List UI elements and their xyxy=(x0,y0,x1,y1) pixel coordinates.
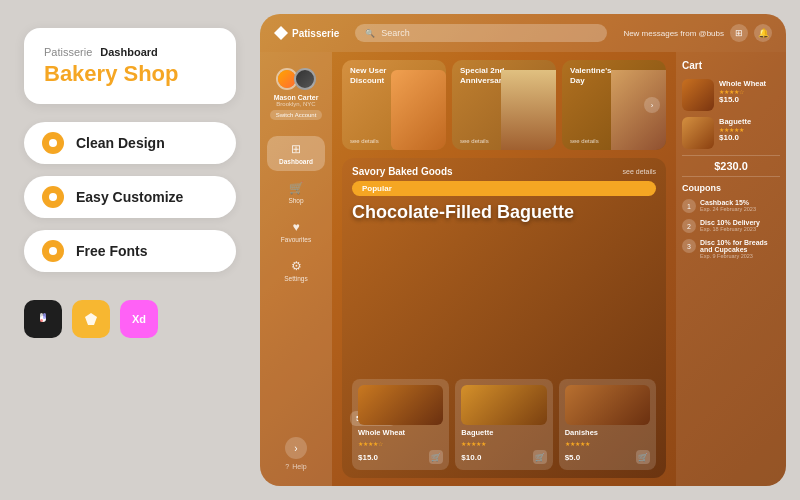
cart-panel: Cart Whole Wheat ★★★★☆ $15.0 Baguette ★★… xyxy=(676,52,786,486)
feature-label-1: Clean Design xyxy=(76,135,165,151)
dashboard-icon: ⊞ xyxy=(291,142,301,156)
cart-item-image-2 xyxy=(682,117,714,149)
savory-section: Savory Baked Goods see details Popular C… xyxy=(342,158,666,478)
help-label: Help xyxy=(292,463,306,470)
nav-icons: New messages from @bubs ⊞ 🔔 xyxy=(623,24,772,42)
svg-rect-2 xyxy=(43,313,46,319)
coupon-item-1: 1 Cashback 15% Exp. 24 February 2023 xyxy=(682,199,780,213)
xd-label: Xd xyxy=(132,313,146,325)
product-card-3[interactable]: Danishes ★★★★★ $5.0 🛒 xyxy=(559,379,656,470)
switch-account-button[interactable]: Switch Account xyxy=(270,110,323,120)
brand-type: Dashboard xyxy=(100,46,157,58)
banner-card-3[interactable]: Valentine's Day see details › xyxy=(562,60,666,150)
search-icon: 🔍 xyxy=(365,29,375,38)
cart-item-name-2: Baguette xyxy=(719,117,780,126)
sidebar-label-favourites: Favourites xyxy=(281,236,311,243)
coupon-info-3: Disc 10% for Breads and Cupcakes Exp. 9 … xyxy=(700,239,780,259)
feature-dot-2 xyxy=(42,186,64,208)
savory-header: Savory Baked Goods see details xyxy=(342,158,666,181)
cart-item-info-1: Whole Wheat ★★★★☆ $15.0 xyxy=(719,79,780,104)
banner-person-1 xyxy=(391,70,446,150)
banner-link-2[interactable]: see details xyxy=(460,138,489,144)
product-actions-3: $5.0 🛒 xyxy=(565,450,650,464)
feature-label-2: Easy Customize xyxy=(76,189,183,205)
sidebar-item-settings[interactable]: ⚙ Settings xyxy=(267,253,325,288)
bell-icon[interactable]: 🔔 xyxy=(754,24,772,42)
sidebar-item-shop[interactable]: 🛒 Shop xyxy=(267,175,325,210)
sidebar-user: Mason Carter Brooklyn, NYC Switch Accoun… xyxy=(264,60,329,128)
bottom-cards: Whole Wheat ★★★★☆ $15.0 🛒 Baguette ★★★★★… xyxy=(342,379,666,478)
product-tag: Popular xyxy=(352,181,656,196)
figma-icon[interactable] xyxy=(24,300,62,338)
sidebar-label-dashboard: Dashboard xyxy=(279,158,313,165)
grid-icon[interactable]: ⊞ xyxy=(730,24,748,42)
product-actions-2: $10.0 🛒 xyxy=(461,450,546,464)
product-price-2: $10.0 xyxy=(461,453,481,462)
cart-item-2: Baguette ★★★★★ $10.0 xyxy=(682,117,780,149)
banner-link-3[interactable]: see details xyxy=(570,138,599,144)
help-button[interactable]: ? Help xyxy=(285,463,306,470)
dashboard-nav: Patisserie 🔍 Search New messages from @b… xyxy=(260,14,786,52)
coupon-item-2: 2 Disc 10% Delivery Exp. 18 February 202… xyxy=(682,219,780,233)
coupon-date-2: Exp. 18 February 2023 xyxy=(700,226,780,232)
avatar-2 xyxy=(294,68,316,90)
xd-icon[interactable]: Xd xyxy=(120,300,158,338)
sketch-icon[interactable] xyxy=(72,300,110,338)
dash-search[interactable]: 🔍 Search xyxy=(355,24,607,42)
svg-rect-1 xyxy=(40,313,43,319)
sidebar-item-favourites[interactable]: ♥ Favourites xyxy=(267,214,325,249)
dash-content: Mason Carter Brooklyn, NYC Switch Accoun… xyxy=(260,52,786,486)
banner-card-1[interactable]: New User Discount see details xyxy=(342,60,446,150)
nav-next-button[interactable]: › xyxy=(285,437,307,459)
product-card-2[interactable]: Baguette ★★★★★ $10.0 🛒 xyxy=(455,379,552,470)
savory-inner: Popular Chocolate-Filled Baguette xyxy=(342,181,666,223)
savory-title: Savory Baked Goods xyxy=(352,166,453,177)
dashboard-area: Patisserie 🔍 Search New messages from @b… xyxy=(260,14,786,486)
coupon-name-1: Cashback 15% xyxy=(700,199,780,206)
banner-arrow[interactable]: › xyxy=(644,97,660,113)
user-name: Mason Carter xyxy=(274,94,319,101)
add-to-cart-3[interactable]: 🛒 xyxy=(636,450,650,464)
svg-rect-3 xyxy=(40,319,43,322)
product-name-2: Baguette xyxy=(461,428,546,437)
coupon-info-1: Cashback 15% Exp. 24 February 2023 xyxy=(700,199,780,212)
cart-item-price-1: $15.0 xyxy=(719,95,780,104)
dash-logo-text: Patisserie xyxy=(292,28,339,39)
feature-item-1: Clean Design xyxy=(24,122,236,164)
coupon-item-3: 3 Disc 10% for Breads and Cupcakes Exp. … xyxy=(682,239,780,259)
sidebar-bottom: › ? Help xyxy=(285,437,307,478)
cart-item-1: Whole Wheat ★★★★☆ $15.0 xyxy=(682,79,780,111)
coupon-name-3: Disc 10% for Breads and Cupcakes xyxy=(700,239,780,253)
coupon-num-1: 1 xyxy=(682,199,696,213)
banner-card-2[interactable]: Special 2nd Anniversary see details xyxy=(452,60,556,150)
banner-link-1[interactable]: see details xyxy=(350,138,379,144)
heart-icon: ♥ xyxy=(292,220,299,234)
left-panel: Patisserie Dashboard Bakery Shop Clean D… xyxy=(0,0,260,500)
sidebar-item-dashboard[interactable]: ⊞ Dashboard xyxy=(267,136,325,171)
coupon-num-2: 2 xyxy=(682,219,696,233)
product-stars-1: ★★★★☆ xyxy=(358,440,443,447)
product-actions-1: $15.0 🛒 xyxy=(358,450,443,464)
sidebar-label-settings: Settings xyxy=(284,275,308,282)
add-to-cart-1[interactable]: 🛒 xyxy=(429,450,443,464)
product-stars-2: ★★★★★ xyxy=(461,440,546,447)
banner-person-2 xyxy=(501,70,556,150)
user-avatars xyxy=(276,68,316,90)
search-placeholder: Search xyxy=(381,28,410,38)
add-to-cart-2[interactable]: 🛒 xyxy=(533,450,547,464)
dash-sidebar: Mason Carter Brooklyn, NYC Switch Accoun… xyxy=(260,52,332,486)
cart-item-price-2: $10.0 xyxy=(719,133,780,142)
product-image-1 xyxy=(358,385,443,425)
user-location: Brooklyn, NYC xyxy=(276,101,315,107)
brand-title: Bakery Shop xyxy=(44,62,216,86)
settings-icon: ⚙ xyxy=(291,259,302,273)
savory-link[interactable]: see details xyxy=(623,168,656,175)
feature-item-3: Free Fonts xyxy=(24,230,236,272)
product-image-3 xyxy=(565,385,650,425)
product-card-1[interactable]: Whole Wheat ★★★★☆ $15.0 🛒 xyxy=(352,379,449,470)
cart-title: Cart xyxy=(682,60,780,71)
coupon-name-2: Disc 10% Delivery xyxy=(700,219,780,226)
cart-total: $230.0 xyxy=(682,155,780,177)
dash-logo-icon xyxy=(274,26,288,40)
feature-label-3: Free Fonts xyxy=(76,243,148,259)
